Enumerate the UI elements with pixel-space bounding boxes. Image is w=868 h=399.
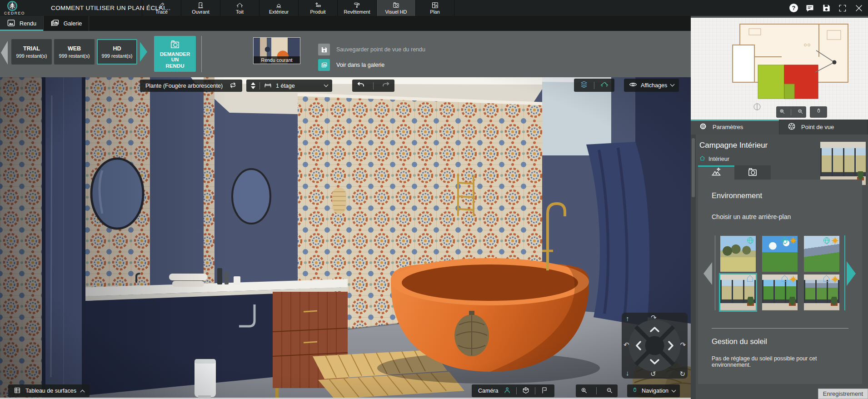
tab-plan[interactable]: Plan [415, 0, 454, 16]
env-option-4[interactable] [720, 274, 756, 310]
view-in-gallery-button[interactable]: Voir dans la galerie [318, 59, 384, 71]
main-tab-bar: Tracé Ouvrant Toit Extérieur Pro [142, 0, 454, 16]
scene-title: Campagne Intérieur [699, 141, 768, 150]
tab-produit[interactable]: Produit [298, 0, 337, 16]
panel-scrollbar[interactable] [691, 135, 696, 399]
minimap-pan-button[interactable] [810, 106, 827, 118]
help-icon[interactable]: ? [789, 4, 798, 12]
current-render-thumbnail[interactable]: Rendu courant [253, 37, 300, 64]
surfaces-table-toggle[interactable]: Tableau de surfaces [8, 384, 90, 397]
zoom-out-icon[interactable] [606, 387, 613, 395]
floorplan-minimap[interactable] [691, 18, 868, 120]
save-icon[interactable] [822, 4, 831, 13]
env-option-3[interactable] [804, 236, 839, 272]
zoom-in-icon[interactable] [779, 108, 785, 116]
cedreo-logo-icon [7, 0, 18, 11]
pencil-icon [158, 2, 165, 9]
gallery-icon [50, 18, 60, 29]
side-panel-tabs: Paramètres Point de vue [691, 120, 868, 135]
selection-label: Plante (Fougère arborescente) [145, 83, 223, 89]
scene-preview-thumbnail [820, 142, 866, 185]
tab-camera-settings[interactable] [734, 165, 771, 180]
render-view-tabs: Rendu Galerie [0, 16, 691, 31]
fullscreen-icon[interactable] [838, 4, 847, 13]
person-view-icon[interactable] [504, 387, 511, 395]
tab-rendu[interactable]: Rendu [0, 16, 44, 31]
credit-trial[interactable]: TRIAL 999 restant(s) [11, 39, 52, 65]
env-option-6[interactable] [804, 274, 839, 310]
render-viewport[interactable]: Plante (Fougère arborescente) 1 étage [0, 77, 691, 399]
carousel-next-icon[interactable] [847, 261, 856, 286]
tab-parametres[interactable]: Paramètres [691, 120, 779, 135]
carousel-rail-right [844, 235, 845, 310]
compass-reset-icon[interactable]: ↻ [679, 370, 685, 377]
flow-arrow-icon [140, 42, 147, 62]
furniture-icon [314, 2, 321, 9]
tab-ouvrant[interactable]: Ouvrant [181, 0, 220, 16]
credit-hd[interactable]: HD 999 restant(s) [97, 39, 137, 65]
tab-exterieur[interactable]: Extérieur [259, 0, 298, 16]
navigation-compass[interactable]: ↑ ↷ ↶ ↷ ↓ ↺ ↻ [622, 313, 688, 379]
camera-mode-label: Caméra [478, 388, 498, 394]
carousel-prev-icon[interactable] [703, 262, 712, 285]
selected-object-pill[interactable]: Plante (Fougère arborescente) [140, 80, 242, 92]
feedback-icon[interactable] [805, 4, 814, 13]
compass-rotate-left-icon[interactable]: ↶ [624, 341, 629, 348]
chevron-down-icon [324, 83, 328, 87]
request-render-button[interactable]: DEMANDER UN RENDU [154, 36, 196, 72]
chevron-up-icon [80, 389, 85, 394]
floor-stepper[interactable] [251, 82, 255, 89]
bathroom-3d-render[interactable] [0, 77, 691, 399]
background-heading: Choisir un autre arrière-plan [712, 213, 791, 220]
compass-orbit-icon[interactable]: ↺ [650, 370, 656, 377]
tab-toit[interactable]: Toit [220, 0, 259, 16]
carousel-rail-left [715, 235, 715, 310]
tab-environment[interactable] [698, 165, 734, 180]
env-option-5[interactable] [762, 274, 798, 310]
orbit-view-icon[interactable] [522, 387, 529, 395]
compass-tilt-icon[interactable]: ↷ [651, 314, 657, 321]
tab-galerie[interactable]: Galerie [44, 16, 89, 31]
cedreo-logo[interactable]: CEDREO [2, 0, 27, 16]
section-divider [712, 328, 848, 329]
env-option-2[interactable] [762, 236, 798, 272]
table-icon [14, 387, 21, 395]
sun-badge-icon [831, 237, 839, 244]
env-option-1[interactable] [720, 236, 756, 272]
scroll-left-icon[interactable] [1, 41, 8, 65]
sun-badge-icon [789, 237, 797, 244]
compass-down-icon[interactable]: ↓ [626, 369, 629, 376]
displays-dropdown[interactable]: Affichages [624, 79, 679, 92]
roofline-icon[interactable] [600, 80, 609, 90]
zoom-out-icon[interactable] [797, 108, 803, 116]
environment-section: Environnement Choisir un autre arrière-p… [698, 180, 862, 384]
tab-trace[interactable]: Tracé [142, 0, 181, 16]
tab-revetement[interactable]: Revêtement [337, 0, 376, 16]
undo-icon[interactable] [356, 81, 365, 90]
render-style-pill [574, 79, 614, 92]
roof-icon [236, 2, 243, 9]
credit-web[interactable]: WEB 999 restant(s) [54, 39, 95, 65]
walls-view-icon[interactable] [541, 387, 548, 395]
tab-visuel-hd[interactable]: Visuel HD [376, 0, 415, 16]
zoom-in-icon[interactable] [580, 387, 588, 395]
layers-3d-icon[interactable] [580, 80, 588, 90]
gear-icon [699, 122, 707, 132]
paint-roller-icon [354, 2, 360, 9]
navigation-dropdown[interactable]: Navigation [627, 384, 680, 397]
current-render-label: Rendu courant [254, 56, 300, 64]
status-toast: Enregistrement [818, 389, 868, 399]
top-bar: CEDREO COMMENT UTILISER UN PLAN ÉCLAI...… [0, 0, 868, 16]
floor-selector[interactable]: 1 étage [246, 80, 332, 92]
save-viewpoint-button[interactable]: Sauvegarder point de vue du rendu [318, 44, 425, 55]
house-icon [699, 155, 705, 163]
swap-object-icon[interactable] [229, 81, 237, 90]
compass-up-icon[interactable]: ↑ [626, 315, 629, 322]
home-badge-icon [747, 278, 753, 282]
tab-point-de-vue[interactable]: Point de vue [779, 120, 868, 135]
compass-rotate-right-icon[interactable]: ↷ [680, 341, 686, 348]
close-icon[interactable] [854, 4, 863, 13]
home-badge-icon [823, 278, 829, 282]
save-viewpoint-icon [318, 44, 330, 55]
redo-icon[interactable] [381, 81, 390, 90]
